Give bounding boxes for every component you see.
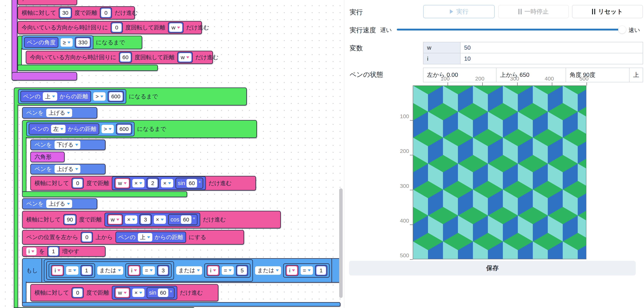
dir-dropdown[interactable]: 上 [138, 233, 152, 241]
speed-slider-thumb[interactable] [618, 26, 626, 34]
block-pen-up[interactable]: ペンを 上げる [30, 164, 106, 174]
angle-socket[interactable]: 90 [63, 214, 76, 225]
block-repeat-until-angle[interactable]: ペンの角度 ≥ 330 になるまで [18, 36, 142, 49]
compare-block[interactable]: i = 1 [49, 263, 95, 278]
angle-socket[interactable]: 0 [72, 178, 84, 189]
expression-block[interactable]: w × sin 60 ° [112, 286, 177, 300]
var-socket[interactable]: i [207, 265, 220, 276]
num-socket[interactable]: 2 [147, 178, 159, 189]
workspace-scrollbar[interactable] [339, 188, 343, 298]
trig-block[interactable]: cos 60 ° [168, 214, 198, 225]
pause-button[interactable]: 一時停止 [498, 5, 569, 18]
expression-block[interactable]: w × 2 × sin 60 ° [112, 176, 206, 190]
var-dropdown[interactable]: i [208, 266, 218, 275]
pen-dropdown[interactable]: 上げる [54, 165, 80, 173]
var-dropdown[interactable]: i [26, 248, 36, 255]
rot-input[interactable]: 60 [120, 53, 131, 62]
or-dropdown[interactable]: または [255, 266, 281, 275]
pen-distance-block[interactable]: ペンの 左 からの距離 [29, 123, 99, 135]
op-dropdown[interactable]: = [300, 266, 313, 275]
var-dropdown[interactable]: w [169, 23, 182, 32]
block-workspace[interactable]: ） 横軸に対して 30 度で距離 0 だけ進む 今向いている方向から時計回りに … [0, 0, 344, 308]
var-socket[interactable]: w [168, 22, 184, 33]
var-dropdown[interactable]: w [108, 215, 122, 224]
block-move-axis-expr-sin[interactable]: 横軸に対して 0 度で距離 w × 2 × sin 60 ° だけ進む [30, 176, 256, 191]
op-dropdown[interactable]: × [161, 179, 173, 188]
block-outer-loop-left-bar[interactable] [14, 104, 18, 308]
x-input[interactable]: 0 [82, 233, 92, 241]
block-repeat-until-left600[interactable]: ペンの 左 からの距離 > 600 になるまで [22, 120, 257, 138]
compare-block[interactable]: i = 3 [125, 263, 172, 278]
op-dropdown[interactable]: = [222, 266, 234, 275]
expression-block[interactable]: w × 3 × cos 60 ° [104, 213, 200, 227]
value-socket[interactable]: 330 [75, 37, 91, 48]
value-input[interactable]: 600 [109, 92, 122, 101]
reset-button[interactable]: リセット [572, 5, 643, 18]
or-block-level2[interactable]: i = 1 または i = 3 または i = 5 [44, 259, 253, 282]
op-dropdown[interactable]: > [102, 125, 114, 133]
var-socket[interactable]: w [114, 178, 130, 189]
var-socket[interactable]: i [128, 265, 140, 276]
value-input[interactable]: 1 [82, 266, 92, 275]
speed-slider-track[interactable] [397, 29, 622, 31]
op-dropdown[interactable]: > [93, 92, 106, 101]
trig-block[interactable]: sin 60 ° [176, 178, 203, 189]
dist-socket[interactable]: 0 [100, 7, 112, 18]
condition-box[interactable]: ペンの 左 からの距離 > 600 [26, 122, 134, 136]
block-repeat-bottom-bar[interactable] [18, 65, 158, 71]
pen-distance-block[interactable]: ペンの 上 からの距離 [116, 232, 186, 243]
block-if-left-bar[interactable] [22, 281, 26, 303]
block-increment-variable[interactable]: i を 1 増やす [22, 246, 106, 257]
block-pen-up[interactable]: ペンを 上げる [22, 107, 97, 118]
trig-input[interactable]: 60 [158, 288, 168, 297]
op-dropdown[interactable]: = [142, 266, 155, 275]
value-socket[interactable]: 1 [80, 265, 93, 276]
block-if-bottom-bar[interactable] [22, 302, 340, 306]
var-dropdown[interactable]: w [178, 53, 192, 62]
value-socket[interactable]: 600 [108, 91, 124, 102]
var-dropdown[interactable]: w [116, 179, 129, 188]
block-set-pen-position[interactable]: ペンの位置を左から 0 上から ペンの 上 からの距離 にする [22, 230, 244, 245]
block-inner-loop-bottom-bar[interactable] [22, 191, 187, 197]
compare-block[interactable]: i = 5 [204, 263, 250, 278]
amount-input[interactable]: 1 [49, 247, 58, 256]
var-socket[interactable]: w [177, 52, 193, 63]
angle-socket[interactable]: 0 [72, 287, 84, 298]
block-outer-loop-bottom-bar[interactable] [14, 307, 194, 308]
pen-dropdown[interactable]: 上げる [46, 200, 72, 208]
angle-input[interactable]: 90 [64, 215, 75, 224]
or-dropdown[interactable]: または [97, 266, 123, 275]
condition-box[interactable]: ペンの角度 ≥ 330 [22, 35, 94, 50]
block-pen-down[interactable]: ペンを 下げる [30, 139, 106, 150]
value-input[interactable]: 3 [158, 266, 168, 275]
var-socket[interactable]: i [286, 265, 298, 276]
rot-socket[interactable]: 60 [119, 52, 132, 63]
dir-dropdown[interactable]: 左 [51, 125, 66, 133]
op-dropdown[interactable]: = [66, 266, 78, 275]
value-input[interactable]: 1 [316, 266, 326, 275]
or-dropdown[interactable]: または [176, 266, 202, 275]
op-dropdown[interactable]: ≥ [60, 38, 72, 47]
var-socket[interactable]: i [51, 265, 64, 276]
angle-socket[interactable]: 30 [59, 7, 72, 18]
block-purple-wrapper-bottom[interactable] [12, 72, 77, 80]
trig-input[interactable]: 60 [181, 215, 191, 224]
num-input[interactable]: 2 [148, 179, 158, 188]
block-pen-up[interactable]: ペンを 上げる [22, 198, 97, 209]
op-dropdown[interactable]: × [154, 215, 166, 224]
var-socket[interactable]: w [107, 214, 123, 225]
amount-socket[interactable]: 1 [47, 246, 60, 257]
angle-input[interactable]: 30 [60, 9, 70, 17]
op-dropdown[interactable]: × [132, 179, 144, 188]
block-rotate-0[interactable]: 今向いている方向から時計回りに 0 度回転して距離 w だけ進む [18, 21, 202, 34]
x-socket[interactable]: 0 [81, 232, 93, 243]
rot-input[interactable]: 0 [112, 23, 122, 32]
rot-socket[interactable]: 0 [111, 22, 123, 33]
value-input[interactable]: 600 [117, 125, 131, 133]
block-move-axis-expr-cos[interactable]: 横軸に対して 90 度で距離 w × 3 × cos 60 ° だけ進む [22, 211, 281, 228]
condition-box[interactable]: ペンの 上 からの距離 > 600 [18, 89, 126, 104]
run-button[interactable]: 実行 [423, 5, 494, 18]
block-move-axis-30[interactable]: 横軸に対して 30 度で距離 0 だけ進む [18, 6, 135, 20]
or-block-level1[interactable]: i = 1 または i = 3 [46, 261, 174, 280]
trig-block[interactable]: sin 60 ° [147, 287, 174, 298]
